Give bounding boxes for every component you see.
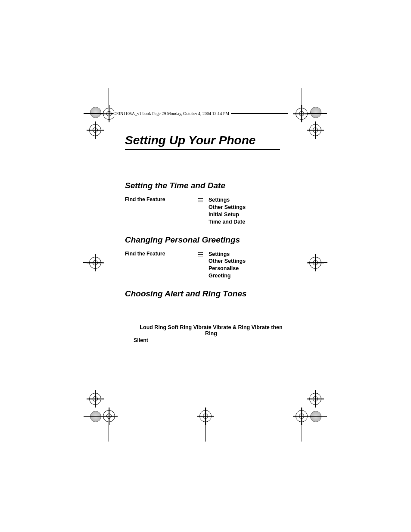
printer-reg-mark-icon	[309, 257, 321, 269]
running-header: CFJN1105A_v1.book Page 29 Monday, Octobe…	[113, 111, 231, 116]
alert-options-line: Loud Ring Soft Ring Vibrate Vibrate & Ri…	[134, 324, 289, 336]
crop-mark	[308, 416, 327, 417]
feature-row: Find the Feature ——— Settings Other Sett…	[125, 251, 297, 280]
title-underline	[125, 149, 280, 150]
crop-mark	[84, 113, 103, 114]
menu-path-item: Time and Date	[209, 218, 246, 226]
crop-mark	[302, 88, 302, 108]
menu-icon: ———	[198, 251, 203, 257]
section-heading-alert-tones: Choosing Alert and Ring Tones	[125, 289, 297, 299]
menu-icon: ———	[198, 196, 203, 202]
menu-path-item: Settings	[209, 251, 246, 258]
crop-mark	[109, 422, 109, 442]
page-title: Setting Up Your Phone	[125, 134, 297, 147]
crop-mark	[302, 422, 302, 442]
menu-path-item: Greeting	[209, 272, 246, 280]
find-feature-label: Find the Feature	[125, 196, 198, 202]
menu-path-item: Other Settings	[209, 204, 246, 211]
section-heading-greetings: Changing Personal Greetings	[125, 235, 297, 245]
section-heading-time-date: Setting the Time and Date	[125, 181, 297, 190]
printer-mark-globe-icon	[310, 411, 321, 422]
alert-options: Loud Ring Soft Ring Vibrate Vibrate & Ri…	[134, 324, 289, 343]
printer-reg-mark-icon	[103, 410, 115, 422]
find-feature-label: Find the Feature	[125, 251, 198, 257]
menu-path: Settings Other Settings Personalise Gree…	[209, 251, 246, 280]
menu-path-item: Other Settings	[209, 258, 246, 265]
page-content: Setting Up Your Phone Setting the Time a…	[125, 134, 297, 343]
crop-mark	[84, 416, 103, 417]
printer-reg-mark-icon	[89, 257, 101, 269]
printer-reg-mark-icon	[296, 410, 308, 422]
menu-path: Settings Other Settings Initial Setup Ti…	[209, 196, 246, 226]
printer-reg-mark-icon	[296, 108, 308, 120]
printer-mark-globe-icon	[90, 107, 101, 118]
printer-reg-mark-icon	[309, 124, 321, 136]
menu-path-item: Settings	[209, 196, 246, 204]
alert-options-line: Silent	[134, 337, 289, 343]
menu-path-item: Personalise	[209, 265, 246, 272]
printer-reg-mark-icon	[309, 393, 321, 405]
crop-mark	[109, 88, 109, 108]
menu-path-item: Initial Setup	[209, 211, 246, 218]
crop-mark	[83, 262, 103, 263]
printer-mark-globe-icon	[90, 411, 101, 422]
printer-reg-mark-icon	[199, 410, 212, 422]
printer-mark-globe-icon	[310, 107, 321, 118]
crop-mark	[308, 113, 327, 114]
printer-reg-mark-icon	[89, 393, 101, 405]
printer-reg-mark-icon	[89, 124, 101, 136]
feature-row: Find the Feature ——— Settings Other Sett…	[125, 196, 297, 226]
crop-mark	[205, 422, 206, 442]
crop-mark	[308, 262, 327, 263]
